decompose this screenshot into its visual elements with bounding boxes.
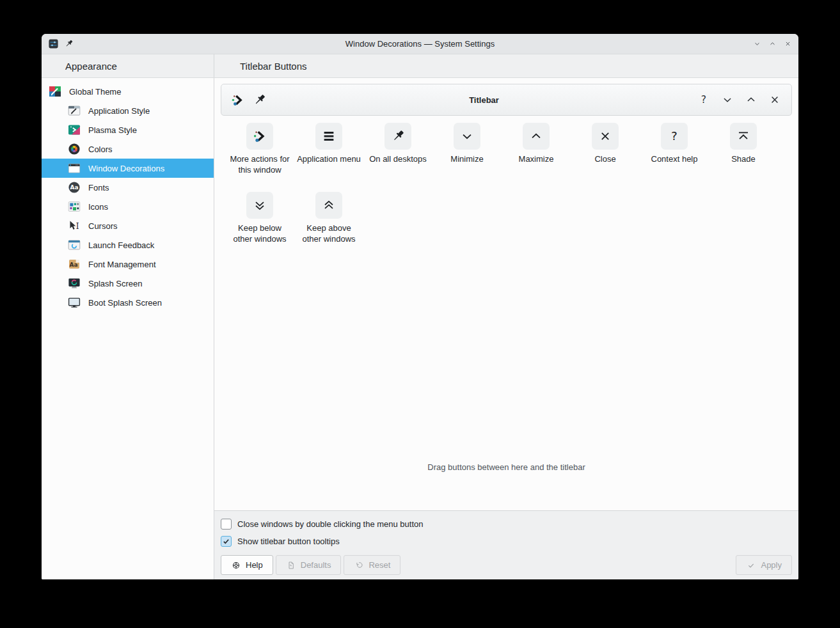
- sidebar-item-application-style[interactable]: Application Style: [42, 101, 214, 120]
- preview-close-button[interactable]: [768, 93, 782, 107]
- palette-button-label: Keep below other windows: [228, 223, 292, 244]
- preview-left-buttons: [230, 92, 267, 108]
- sidebar-item-cursors[interactable]: ICursors: [42, 216, 214, 235]
- checkbox-show-titlebar-button-tooltips[interactable]: Show titlebar button tooltips: [221, 533, 792, 550]
- sidebar-item-label: Global Theme: [69, 87, 121, 97]
- palette-button-keep-below-other-windows[interactable]: Keep below other windows: [225, 192, 294, 261]
- sidebar-item-splash-screen[interactable]: Splash Screen: [42, 274, 214, 293]
- defaults-button[interactable]: Defaults: [276, 555, 342, 575]
- palette-icon-box: [384, 123, 411, 150]
- svg-text:Aa: Aa: [69, 262, 77, 268]
- sidebar-item-label: Launch Feedback: [88, 240, 154, 250]
- window-titlebar[interactable]: Window Decorations — System Settings: [42, 34, 798, 54]
- preview-context-help-button[interactable]: ?: [697, 93, 711, 107]
- svg-text:?: ?: [671, 129, 678, 143]
- palette-button-close[interactable]: Close: [571, 123, 640, 192]
- double-chevron-up-icon: [321, 197, 337, 214]
- palette-icon-box: [315, 123, 342, 150]
- checkbox-label: Close windows by double clicking the men…: [237, 519, 424, 529]
- splash-screen-icon: [68, 277, 81, 290]
- sidebar-item-window-decorations[interactable]: Window Decorations: [42, 159, 214, 178]
- hamburger-menu-icon[interactable]: [194, 60, 205, 72]
- chevron-down-icon: [459, 128, 475, 145]
- sidebar-item-colors[interactable]: Colors: [42, 139, 214, 159]
- palette-button-more-actions-for-this-window[interactable]: More actions for this window: [225, 123, 294, 192]
- sidebar-item-launch-feedback[interactable]: Launch Feedback: [42, 235, 214, 255]
- sidebar: Global ThemeApplication StylePlasma Styl…: [42, 78, 214, 579]
- double-chevron-down-icon: [251, 197, 268, 214]
- window-title: Window Decorations — System Settings: [42, 39, 798, 49]
- cursors-icon: I: [68, 219, 81, 232]
- palette-button-label: Close: [594, 153, 615, 164]
- palette-button-label: Maximize: [519, 153, 554, 164]
- doc-revert-icon: [286, 560, 296, 570]
- sidebar-item-label: Boot Splash Screen: [88, 298, 162, 308]
- palette-button-context-help[interactable]: ?Context help: [640, 123, 709, 192]
- menu-bars-icon: [321, 128, 337, 145]
- palette-button-label: Shade: [731, 153, 756, 164]
- sidebar-item-label: Application Style: [88, 106, 150, 116]
- undo-icon: [354, 560, 364, 570]
- palette-button-minimize[interactable]: Minimize: [432, 123, 502, 192]
- footer: Close windows by double clicking the men…: [214, 510, 798, 579]
- palette-icon-box: [246, 192, 273, 219]
- palette-button-label: Application menu: [297, 153, 361, 164]
- svg-text:I: I: [76, 222, 79, 231]
- palette-icon-box: [454, 123, 480, 150]
- minimize-button[interactable]: [753, 40, 761, 48]
- palette-icon-box: ?: [661, 123, 688, 150]
- checkbox-label: Show titlebar button tooltips: [237, 537, 340, 546]
- boot-splash-icon: [68, 296, 81, 309]
- palette-icon-box: [315, 192, 342, 219]
- fonts-icon: Aa: [68, 181, 81, 194]
- sidebar-item-icons[interactable]: Icons: [42, 197, 214, 216]
- apply-button[interactable]: Apply: [736, 555, 792, 575]
- maximize-button[interactable]: [768, 40, 777, 48]
- sidebar-item-fonts[interactable]: AaFonts: [42, 178, 214, 197]
- launch-feedback-icon: [68, 239, 81, 251]
- chevron-up-icon: [528, 128, 544, 145]
- palette-button-label: Minimize: [450, 153, 483, 164]
- palette-button-shade[interactable]: Shade: [709, 123, 778, 192]
- preview-on-all-desktops-button[interactable]: [251, 92, 267, 108]
- pinned-icon: [63, 38, 74, 49]
- preview-right-buttons: ?: [697, 93, 782, 107]
- palette-button-label: Context help: [651, 153, 698, 164]
- sidebar-item-plasma-style[interactable]: Plasma Style: [42, 120, 214, 139]
- preview-minimize-button[interactable]: [720, 93, 734, 107]
- reset-button[interactable]: Reset: [344, 555, 400, 575]
- titlebar-app-icons: [48, 38, 74, 49]
- help-button[interactable]: Help: [221, 555, 273, 575]
- question-icon: ?: [666, 128, 683, 145]
- sidebar-item-label: Plasma Style: [88, 125, 137, 135]
- palette-button-on-all-desktops[interactable]: On all desktops: [363, 123, 432, 192]
- palette-button-keep-above-other-windows[interactable]: Keep above other windows: [294, 192, 363, 261]
- palette-button-label: More actions for this window: [228, 153, 292, 175]
- help-buoy-icon: [231, 560, 241, 570]
- sidebar-title: Appearance: [65, 61, 117, 72]
- titlebar-preview-dropzone[interactable]: Titlebar ?: [221, 84, 792, 116]
- sidebar-item-global-theme[interactable]: Global Theme: [42, 82, 214, 101]
- sidebar-item-boot-splash-screen[interactable]: Boot Splash Screen: [42, 293, 214, 312]
- sidebar-item-label: Icons: [88, 202, 108, 212]
- preview-title: Titlebar: [469, 95, 499, 105]
- preview-maximize-button[interactable]: [744, 93, 758, 107]
- check-icon: [746, 560, 756, 570]
- close-x-icon: [597, 128, 614, 145]
- checkbox-unchecked-icon[interactable]: [221, 519, 232, 530]
- palette-button-maximize[interactable]: Maximize: [502, 123, 571, 192]
- palette-button-label: On all desktops: [369, 153, 427, 164]
- button-palette: More actions for this windowApplication …: [225, 123, 781, 261]
- checkbox-checked-icon[interactable]: [221, 536, 232, 547]
- back-button-icon[interactable]: [223, 61, 234, 72]
- sidebar-item-font-management[interactable]: AaFont Management: [42, 255, 214, 274]
- preview-more-actions-button[interactable]: [230, 92, 246, 108]
- back-icon[interactable]: [49, 61, 59, 72]
- palette-button-application-menu[interactable]: Application menu: [294, 123, 363, 192]
- palette-icon-box: [730, 123, 757, 150]
- button-label: Apply: [761, 560, 782, 570]
- font-management-icon: Aa: [68, 258, 81, 271]
- close-button[interactable]: [784, 40, 792, 48]
- more-actions-icon: [251, 128, 268, 145]
- checkbox-close-windows-by-double-clicking-the-menu-button[interactable]: Close windows by double clicking the men…: [221, 515, 792, 533]
